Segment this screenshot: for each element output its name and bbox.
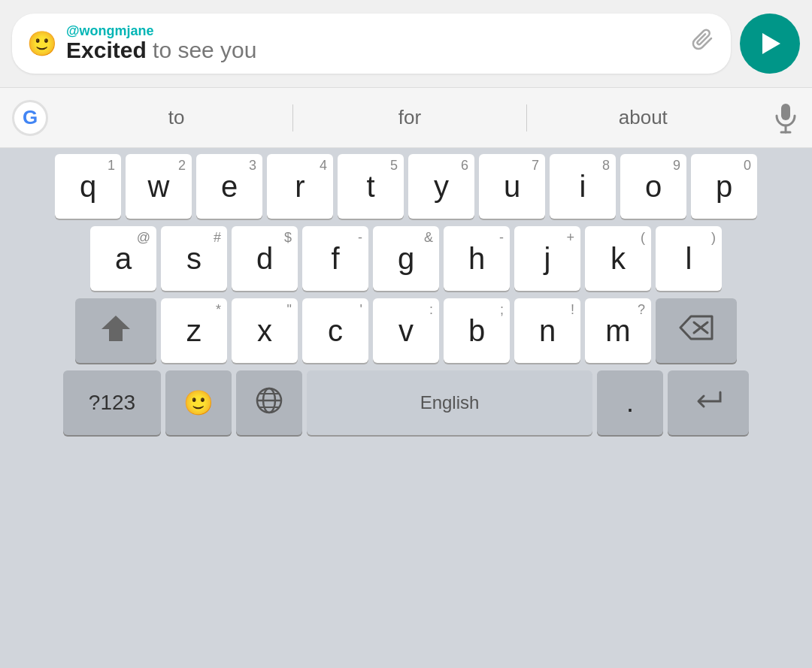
key-r[interactable]: 4r <box>267 154 333 219</box>
keyboard-row-1: 1q 2w 3e 4r 5t 6y 7u 8i 9o 0p <box>3 154 809 219</box>
keyboard: 1q 2w 3e 4r 5t 6y 7u 8i 9o 0p @a #s $d -… <box>0 148 812 446</box>
key-m[interactable]: ?m <box>585 298 651 363</box>
suggestion-about[interactable]: about <box>527 98 759 137</box>
key-h[interactable]: -h <box>444 226 510 291</box>
key-e[interactable]: 3e <box>196 154 262 219</box>
key-n[interactable]: !n <box>514 298 580 363</box>
key-p[interactable]: 0p <box>691 154 757 219</box>
key-u[interactable]: 7u <box>479 154 545 219</box>
enter-key[interactable] <box>668 370 749 435</box>
send-arrow-icon <box>762 33 780 54</box>
input-light-text: to see you <box>147 38 257 62</box>
key-d[interactable]: $d <box>232 226 298 291</box>
space-key[interactable]: English <box>307 370 592 435</box>
suggestion-for[interactable]: for <box>293 98 526 137</box>
emoji-icon: 🙂 <box>27 29 57 58</box>
key-j[interactable]: +j <box>514 226 580 291</box>
username-label: @wongmjane <box>66 24 683 38</box>
message-input-area[interactable]: 🙂 @wongmjane Excited to see you <box>12 14 731 74</box>
globe-icon <box>255 386 283 419</box>
suggestion-to[interactable]: to <box>60 98 292 137</box>
backspace-key[interactable] <box>656 298 737 363</box>
key-v[interactable]: :v <box>373 298 439 363</box>
key-c[interactable]: 'c <box>302 298 368 363</box>
period-key[interactable]: . <box>597 370 663 435</box>
key-s[interactable]: #s <box>161 226 227 291</box>
shift-key[interactable] <box>75 298 156 363</box>
top-bar: 🙂 @wongmjane Excited to see you <box>0 0 812 88</box>
key-o[interactable]: 9o <box>620 154 686 219</box>
key-g[interactable]: &g <box>373 226 439 291</box>
suggestions-row: G to for about <box>0 88 812 148</box>
key-x[interactable]: "x <box>232 298 298 363</box>
numbers-label: ?123 <box>89 392 135 413</box>
globe-key[interactable] <box>236 370 302 435</box>
key-t[interactable]: 5t <box>338 154 404 219</box>
key-l[interactable]: )l <box>656 226 722 291</box>
key-b[interactable]: ;b <box>444 298 510 363</box>
keyboard-row-2: @a #s $d -f &g -h +j (k )l <box>3 226 809 291</box>
key-w[interactable]: 2w <box>126 154 192 219</box>
space-label: English <box>420 394 480 412</box>
attachment-icon[interactable] <box>692 28 716 60</box>
google-g-icon: G <box>12 100 48 136</box>
svg-marker-3 <box>102 316 130 341</box>
numbers-key[interactable]: ?123 <box>63 370 161 435</box>
key-k[interactable]: (k <box>585 226 651 291</box>
input-bold-text: Excited <box>66 38 147 62</box>
svg-rect-0 <box>781 104 790 120</box>
key-i[interactable]: 8i <box>550 154 616 219</box>
key-a[interactable]: @a <box>90 226 156 291</box>
key-f[interactable]: -f <box>302 226 368 291</box>
period-label: . <box>626 389 634 416</box>
emoji-key[interactable]: 🙂 <box>165 370 232 435</box>
keyboard-row-4: ?123 🙂 English . <box>3 370 809 435</box>
keyboard-row-3: *z "x 'c :v ;b !n ?m <box>3 298 809 363</box>
enter-icon <box>692 388 725 418</box>
key-y[interactable]: 6y <box>408 154 474 219</box>
suggestions-list: to for about <box>60 98 759 137</box>
key-q[interactable]: 1q <box>55 154 121 219</box>
backspace-icon <box>679 315 714 347</box>
emoji-key-icon: 🙂 <box>183 391 214 415</box>
mic-icon[interactable] <box>759 102 812 134</box>
message-text: @wongmjane Excited to see you <box>66 24 683 63</box>
key-z[interactable]: *z <box>161 298 227 363</box>
google-logo: G <box>0 100 60 136</box>
send-button[interactable] <box>740 14 800 74</box>
